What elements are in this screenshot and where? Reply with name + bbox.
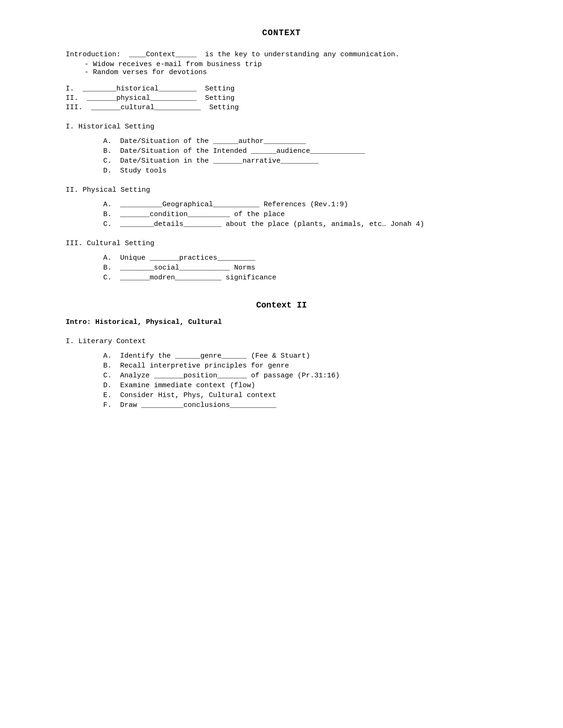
context2-item-b: B. Recall interpretive principles for ge… (103, 362, 497, 370)
section3-item-b: B. ________social____________ Norms (103, 264, 497, 272)
roman-item-1: I. ________historical_________ Setting (66, 85, 497, 93)
roman-num-2: II. (66, 94, 78, 102)
context2-text-b: Recall interpretive principles for genre (120, 362, 289, 370)
section1-item-d: D. Study tools (103, 167, 497, 175)
context2-item-d: D. Examine immediate context (flow) (103, 382, 497, 390)
section1-letter-c: C. (103, 157, 112, 165)
page-title: CONTEXT (66, 28, 497, 38)
context2-literary-list: A. Identify the ______genre______ (Fee &… (66, 352, 497, 409)
roman-num-1: I. (66, 85, 74, 93)
section1-text-c: Date/Situation in the _______narrative__… (120, 157, 319, 165)
context2-text-a: Identify the ______genre______ (Fee & St… (120, 352, 310, 360)
section1-text-d: Study tools (120, 167, 167, 175)
context2-letter-b: B. (103, 362, 112, 370)
section3-letter-c: C. (103, 274, 112, 282)
intro-bullet-2: - Random verses for devotions (66, 68, 497, 76)
intro-label: Introduction: (66, 51, 121, 59)
context2-letter-e: E. (103, 391, 112, 399)
context2-letter-c: C. (103, 372, 112, 380)
section1-letter-b: B. (103, 147, 112, 155)
section3-text-b: ________social____________ Norms (120, 264, 255, 272)
section2-letter-a: A. (103, 201, 112, 209)
section1-letter-a: A. (103, 137, 112, 145)
context2-letter-f: F. (103, 401, 112, 409)
section2-text-a: __________Geographical___________ Refere… (120, 201, 348, 209)
context2-text-d: Examine immediate context (flow) (120, 382, 255, 390)
context2-item-c: C. Analyze _______position_______ of pas… (103, 372, 497, 380)
section2: II. Physical Setting A. __________Geogra… (66, 186, 497, 228)
section3-list: A. Unique _______practices_________ B. _… (66, 254, 497, 282)
section1-item-c: C. Date/Situation in the _______narrativ… (103, 157, 497, 165)
roman-blank-1: ________historical_________ (83, 85, 197, 93)
section2-text-b: _______condition__________ of the place (120, 210, 285, 218)
context2-text-f: Draw __________conclusions___________ (120, 401, 276, 409)
intro-text: is the key to understanding any communic… (205, 51, 399, 59)
roman-label-3: Setting (209, 104, 239, 112)
roman-blank-3: _______cultural___________ (91, 104, 201, 112)
section2-item-a: A. __________Geographical___________ Ref… (103, 201, 497, 209)
section2-header: II. Physical Setting (66, 186, 497, 194)
section3-letter-a: A. (103, 254, 112, 262)
section3-text-a: Unique _______practices_________ (120, 254, 255, 262)
context2-item-f: F. Draw __________conclusions___________ (103, 401, 497, 409)
section1-item-b: B. Date/Situation of the Intended ______… (103, 147, 497, 155)
section2-text-c: ________details_________ about the place… (120, 220, 424, 228)
roman-label-2: Setting (205, 94, 235, 102)
section2-item-b: B. _______condition__________ of the pla… (103, 210, 497, 218)
section3-letter-b: B. (103, 264, 112, 272)
section3: III. Cultural Setting A. Unique _______p… (66, 240, 497, 282)
roman-item-2: II. _______physical___________ Setting (66, 94, 497, 102)
context2-item-a: A. Identify the ______genre______ (Fee &… (103, 352, 497, 360)
roman-item-3: III. _______cultural___________ Setting (66, 104, 497, 112)
context2-text-e: Consider Hist, Phys, Cultural context (120, 391, 276, 399)
section3-item-c: C. _______modren___________ significance (103, 274, 497, 282)
section1-item-a: A. Date/Situation of the ______author___… (103, 137, 497, 145)
intro-bullet-1: - Widow receives e-mail from business tr… (66, 60, 497, 68)
context2-text-c: Analyze _______position_______ of passag… (120, 372, 340, 380)
section2-letter-c: C. (103, 220, 112, 228)
context2-literary-header: I. Literary Context (66, 338, 497, 345)
context2-item-e: E. Consider Hist, Phys, Cultural context (103, 391, 497, 399)
section2-item-c: C. ________details_________ about the pl… (103, 220, 497, 228)
section2-list: A. __________Geographical___________ Ref… (66, 201, 497, 228)
context2-intro-bold: Intro: Historical, Physical, Cultural (66, 318, 497, 326)
section1-text-a: Date/Situation of the ______author______… (120, 137, 306, 145)
context2-letter-d: D. (103, 382, 112, 390)
intro-block: Introduction: ____Context_____ is the ke… (66, 51, 497, 76)
roman-label-1: Setting (205, 85, 235, 93)
section1-list: A. Date/Situation of the ______author___… (66, 137, 497, 175)
section3-header: III. Cultural Setting (66, 240, 497, 248)
context2-section-literary: I. Literary Context A. Identify the ____… (66, 338, 497, 409)
section1-header: I. Historical Setting (66, 123, 497, 131)
roman-numeral-list: I. ________historical_________ Setting I… (66, 85, 497, 112)
section1: I. Historical Setting A. Date/Situation … (66, 123, 497, 175)
intro-blank1: ____Context_____ (129, 51, 197, 59)
section1-text-b: Date/Situation of the Intended ______aud… (120, 147, 365, 155)
page-title-2: Context II (66, 300, 497, 310)
section3-text-c: _______modren___________ significance (120, 274, 276, 282)
roman-num-3: III. (66, 104, 83, 112)
section3-item-a: A. Unique _______practices_________ (103, 254, 497, 262)
intro-line: Introduction: ____Context_____ is the ke… (66, 51, 497, 59)
context2-letter-a: A. (103, 352, 112, 360)
section1-letter-d: D. (103, 167, 112, 175)
section2-letter-b: B. (103, 210, 112, 218)
roman-blank-2: _______physical___________ (87, 94, 197, 102)
